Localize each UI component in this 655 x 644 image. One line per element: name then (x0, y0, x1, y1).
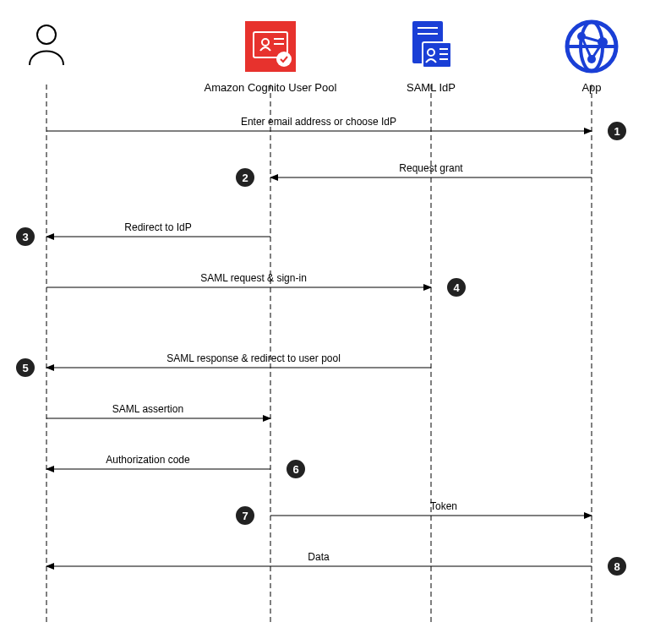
step-2-badge: 2 (235, 167, 255, 188)
app-label: App (581, 81, 601, 94)
msg-6a-label: SAML assertion (112, 403, 183, 415)
svg-text:3: 3 (22, 231, 28, 243)
step-3-badge: 3 (15, 226, 35, 247)
user-icon (30, 25, 63, 65)
msg-5-label: SAML response & redirect to user pool (166, 352, 341, 364)
msg-4-label: SAML request & sign-in (200, 272, 307, 284)
idp-label: SAML IdP (407, 81, 456, 94)
svg-text:6: 6 (292, 463, 298, 476)
cognito-label: Amazon Cognito User Pool (205, 81, 337, 94)
svg-text:7: 7 (242, 510, 248, 522)
svg-text:5: 5 (22, 362, 28, 374)
svg-point-6 (276, 52, 292, 67)
msg-2-label: Request grant (399, 162, 463, 174)
svg-text:8: 8 (614, 560, 620, 573)
svg-text:4: 4 (453, 281, 460, 294)
step-1-badge: 1 (607, 121, 627, 141)
step-6-badge: 6 (286, 459, 306, 479)
msg-3-label: Redirect to IdP (124, 221, 191, 233)
msg-1-label: Enter email address or choose IdP (241, 116, 396, 128)
step-8-badge: 8 (607, 556, 627, 576)
idp-icon (412, 21, 451, 68)
msg-8-label: Data (308, 551, 330, 563)
msg-6b-label: Authorization code (106, 454, 190, 466)
step-7-badge: 7 (235, 505, 255, 526)
cognito-icon (245, 21, 296, 72)
svg-text:2: 2 (242, 172, 248, 184)
step-4-badge: 4 (446, 277, 467, 297)
step-5-badge: 5 (15, 357, 35, 378)
msg-7-label: Token (430, 500, 457, 512)
sequence-diagram: Amazon Cognito User Pool SAML IdP App (0, 0, 655, 644)
svg-point-0 (37, 25, 56, 44)
svg-text:1: 1 (614, 125, 620, 138)
app-icon (567, 22, 616, 71)
